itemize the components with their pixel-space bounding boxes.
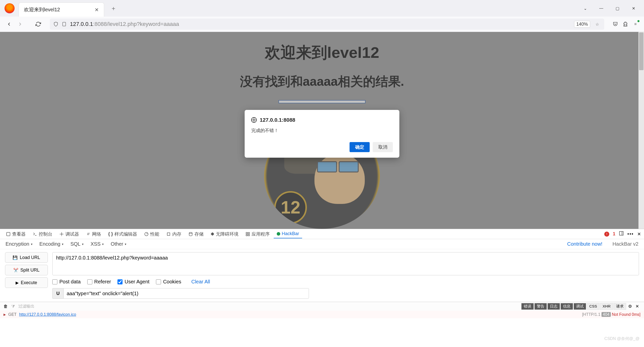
page-icon <box>62 22 66 26</box>
new-tab-button[interactable]: ＋ <box>108 3 119 14</box>
chip-xhr[interactable]: XHR <box>600 303 613 310</box>
kebab-menu-icon[interactable]: ••• <box>627 231 634 237</box>
svg-point-2 <box>61 233 62 235</box>
dialog-ok-button[interactable]: 确定 <box>350 142 370 152</box>
useragent-badge: U <box>52 288 63 299</box>
chevron-down-icon[interactable]: ⌄ <box>582 5 588 11</box>
postdata-checkbox[interactable]: Post data <box>52 279 81 285</box>
load-url-button[interactable]: 💾Load URL <box>5 252 48 263</box>
tab-bar: 欢迎来到level12 ✕ ＋ ⌄ ― ▢ ✕ <box>0 0 644 17</box>
watermark-text: CSDN @奈何@_@ <box>605 336 639 341</box>
vertical-scrollbar[interactable] <box>638 32 644 229</box>
svg-rect-4 <box>167 233 170 235</box>
chip-error[interactable]: 错误 <box>521 303 534 310</box>
scrollbar-thumb[interactable] <box>639 32 643 70</box>
tab-console[interactable]: 控制台 <box>30 230 55 239</box>
tab-inspector[interactable]: 查看器 <box>3 230 29 239</box>
tab-performance[interactable]: 性能 <box>141 230 162 239</box>
svg-rect-9 <box>248 234 250 236</box>
svg-point-5 <box>189 232 192 234</box>
useragent-input[interactable] <box>63 288 309 299</box>
tab-style-editor[interactable]: { }样式编辑器 <box>105 230 140 239</box>
split-url-button[interactable]: ✂️Split URL <box>5 265 48 275</box>
useragent-row: U <box>52 288 309 299</box>
svg-rect-0 <box>63 22 66 26</box>
encoding-dropdown[interactable]: Encoding▾ <box>39 241 63 247</box>
settings-gear-icon[interactable]: ⚙ <box>627 303 633 310</box>
tab-accessibility[interactable]: ✱无障碍环境 <box>208 230 242 239</box>
response-summary: [HTTP/1.1 404 Not Found 0ms] <box>582 312 640 317</box>
chip-info[interactable]: 信息 <box>560 303 573 310</box>
clear-all-link[interactable]: Clear All <box>191 279 210 285</box>
extensions-icon[interactable] <box>622 21 629 28</box>
cookies-checkbox[interactable]: Cookies <box>156 279 181 285</box>
tab-debugger[interactable]: 调试器 <box>56 230 82 239</box>
firefox-logo-icon <box>5 3 15 13</box>
tab-application[interactable]: 应用程序 <box>243 230 273 239</box>
trash-icon[interactable]: 🗑 <box>4 304 8 309</box>
filter-input[interactable]: 过滤输出 <box>18 304 34 309</box>
minimize-icon[interactable]: ― <box>598 5 604 11</box>
console-close-icon[interactable]: ✕ <box>634 303 640 310</box>
tab-close-icon[interactable]: ✕ <box>95 7 99 13</box>
chip-css[interactable]: CSS <box>587 303 599 310</box>
url-text: 127.0.0.1:8088/level12.php?keyword=aaaaa <box>70 21 571 27</box>
expand-triangle-icon[interactable]: ▶ <box>4 313 6 316</box>
svg-rect-6 <box>246 232 247 234</box>
play-icon: ▶ <box>16 280 19 285</box>
js-alert-dialog: 127.0.0.1:8088 完成的不错！ 确定 取消 <box>245 110 399 158</box>
maximize-icon[interactable]: ▢ <box>614 5 620 11</box>
referer-checkbox[interactable]: Referer <box>87 279 111 285</box>
console-log-row[interactable]: ▶ GET http://127.0.0.1:8088/favicon.ico … <box>0 311 644 318</box>
funnel-icon[interactable]: ⧩ <box>11 304 15 309</box>
window-controls: ⌄ ― ▢ ✕ <box>582 5 644 11</box>
hackbar-version: HackBar v2 <box>613 241 638 247</box>
sql-dropdown[interactable]: SQL▾ <box>70 241 84 247</box>
hamburger-menu-icon[interactable]: ≡ <box>632 21 639 28</box>
page-viewport: 欢迎来到level12 没有找到和aaaaa相关的结果. 12 127.0.0.… <box>0 32 644 229</box>
tab-hackbar[interactable]: HackBar <box>274 230 302 238</box>
close-icon[interactable]: ✕ <box>630 5 636 11</box>
chip-request[interactable]: 请求 <box>614 303 626 310</box>
dialog-origin: 127.0.0.1:8088 <box>260 117 295 123</box>
back-button[interactable] <box>5 20 13 28</box>
svg-rect-7 <box>248 232 250 234</box>
other-dropdown[interactable]: Other▾ <box>111 241 126 247</box>
hackbar-url-input[interactable] <box>52 252 639 275</box>
request-url[interactable]: http://127.0.0.1:8088/favicon.ico <box>19 312 76 317</box>
url-box[interactable]: 127.0.0.1:8088/level12.php?keyword=aaaaa… <box>50 19 604 30</box>
devtools-close-icon[interactable]: ✕ <box>637 231 641 237</box>
tab-memory[interactable]: 内存 <box>163 230 184 239</box>
hackbar-options: Post data Referer User Agent Cookies Cle… <box>52 279 639 285</box>
tab-title: 欢迎来到level12 <box>24 6 60 13</box>
useragent-checkbox[interactable]: User Agent <box>117 279 149 285</box>
http-method: GET <box>8 312 17 317</box>
execute-button[interactable]: ▶Execute <box>5 277 48 288</box>
forward-button[interactable] <box>16 20 24 28</box>
console-filter-bar: 🗑 ⧩ 过滤输出 错误 警告 日志 信息 调试 CSS XHR 请求 ⚙ ✕ <box>0 302 644 311</box>
zoom-badge[interactable]: 140% <box>574 21 590 28</box>
dock-side-icon[interactable] <box>619 231 624 237</box>
dialog-message: 完成的不错！ <box>251 127 393 134</box>
reload-button[interactable] <box>34 20 42 28</box>
svg-rect-10 <box>620 232 623 235</box>
tab-storage[interactable]: 存储 <box>185 230 207 239</box>
browser-tab[interactable]: 欢迎来到level12 ✕ <box>19 3 104 17</box>
dialog-cancel-button[interactable]: 取消 <box>373 142 393 152</box>
error-count-badge[interactable]: ! <box>604 232 609 237</box>
contribute-link[interactable]: Contribute now! <box>567 241 602 247</box>
encryption-dropdown[interactable]: Encryption▾ <box>6 241 32 247</box>
hackbar-body: 💾Load URL ✂️Split URL ▶Execute Post data… <box>0 249 644 302</box>
hackbar-action-buttons: 💾Load URL ✂️Split URL ▶Execute <box>5 252 48 299</box>
chip-warn[interactable]: 警告 <box>534 303 547 310</box>
notification-dot-icon <box>637 20 639 22</box>
chip-debug[interactable]: 调试 <box>574 303 586 310</box>
xss-dropdown[interactable]: XSS▾ <box>91 241 104 247</box>
split-icon: ✂️ <box>13 268 18 273</box>
chip-log[interactable]: 日志 <box>547 303 560 310</box>
error-count: 1 <box>613 231 615 237</box>
bookmark-star-icon[interactable]: ☆ <box>594 21 601 28</box>
tab-network[interactable]: 网络 <box>83 230 104 239</box>
pocket-icon[interactable] <box>612 21 619 28</box>
hackbar-dot-icon <box>277 232 280 236</box>
